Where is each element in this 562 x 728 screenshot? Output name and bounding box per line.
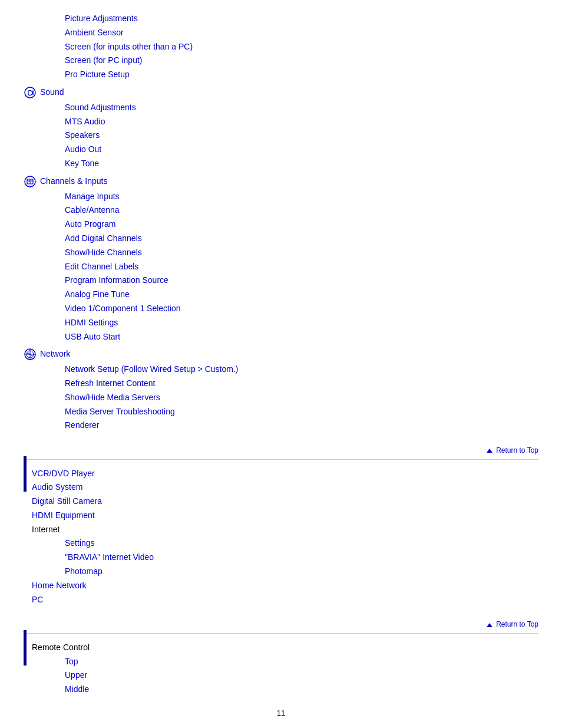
channels-section-header: Channels & Inputs xyxy=(24,174,538,189)
network-section-header: Network xyxy=(24,347,538,361)
return-to-top-link-2[interactable]: Return to Top xyxy=(496,620,538,628)
photomap-link[interactable]: Photomap xyxy=(65,565,538,579)
network-title[interactable]: Network xyxy=(40,347,70,361)
settings-link[interactable]: Settings xyxy=(65,536,538,551)
return-to-top-link-1[interactable]: Return to Top xyxy=(496,446,538,454)
sound-subitems: Sound Adjustments MTS Audio Speakers Aud… xyxy=(65,101,538,171)
program-info-source-link[interactable]: Program Information Source xyxy=(65,274,538,288)
network-subitems: Network Setup (Follow Wired Setup > Cust… xyxy=(65,363,538,433)
ambient-sensor-link[interactable]: Ambient Sensor xyxy=(65,26,538,40)
blue-bar-1 xyxy=(24,456,27,492)
vcr-dvd-link[interactable]: VCR/DVD Player xyxy=(32,467,538,481)
mts-audio-link[interactable]: MTS Audio xyxy=(65,115,538,129)
sound-icon xyxy=(24,86,37,99)
auto-program-link[interactable]: Auto Program xyxy=(65,218,538,232)
blue-bar-2 xyxy=(24,630,27,666)
speakers-link[interactable]: Speakers xyxy=(65,129,538,143)
video1-component1-link[interactable]: Video 1/Component 1 Selection xyxy=(65,302,538,316)
upper-link[interactable]: Upper xyxy=(65,668,538,683)
section2-content: VCR/DVD Player Audio System Digital Stil… xyxy=(32,467,538,607)
screen-pc-link[interactable]: Screen (for PC input) xyxy=(65,54,538,68)
media-server-troubleshooting-link[interactable]: Media Server Troubleshooting xyxy=(65,405,538,419)
sound-section-header: Sound xyxy=(24,85,538,100)
audio-out-link[interactable]: Audio Out xyxy=(65,143,538,157)
hdmi-equipment-link[interactable]: HDMI Equipment xyxy=(32,509,538,523)
show-hide-media-servers-link[interactable]: Show/Hide Media Servers xyxy=(65,391,538,405)
refresh-internet-link[interactable]: Refresh Internet Content xyxy=(65,377,538,391)
sound-adjustments-link[interactable]: Sound Adjustments xyxy=(65,101,538,115)
show-hide-channels-link[interactable]: Show/Hide Channels xyxy=(65,246,538,260)
pro-picture-link[interactable]: Pro Picture Setup xyxy=(65,68,538,82)
remote-control-label: Remote Control xyxy=(32,641,538,655)
divider-1: Return to Top xyxy=(24,444,538,459)
key-tone-link[interactable]: Key Tone xyxy=(65,157,538,171)
digital-still-camera-link[interactable]: Digital Still Camera xyxy=(32,495,538,509)
return-to-top-1[interactable]: Return to Top xyxy=(24,444,538,456)
cable-antenna-link[interactable]: Cable/Antenna xyxy=(65,203,538,218)
channels-icon xyxy=(24,175,37,188)
top-link[interactable]: Top xyxy=(65,655,538,669)
edit-channel-labels-link[interactable]: Edit Channel Labels xyxy=(65,260,538,274)
usb-auto-start-link[interactable]: USB Auto Start xyxy=(65,330,538,344)
remote-subitems: Top Upper Middle xyxy=(65,655,538,697)
return-triangle-1 xyxy=(487,449,492,453)
page-number: 11 xyxy=(24,709,538,717)
manage-inputs-link[interactable]: Manage Inputs xyxy=(65,190,538,204)
internet-label: Internet xyxy=(32,523,538,537)
internet-subitems: Settings "BRAVIA" Internet Video Photoma… xyxy=(65,536,538,578)
pc-link[interactable]: PC xyxy=(32,593,538,607)
add-digital-channels-link[interactable]: Add Digital Channels xyxy=(65,232,538,246)
analog-fine-tune-link[interactable]: Analog Fine Tune xyxy=(65,288,538,302)
hdmi-settings-link[interactable]: HDMI Settings xyxy=(65,316,538,330)
channels-subitems: Manage Inputs Cable/Antenna Auto Program… xyxy=(65,190,538,344)
return-triangle-2 xyxy=(487,623,492,627)
home-network-link[interactable]: Home Network xyxy=(32,579,538,593)
middle-link[interactable]: Middle xyxy=(65,683,538,697)
sound-title[interactable]: Sound xyxy=(40,85,64,100)
picture-subitems: Picture Adjustments Ambient Sensor Scree… xyxy=(65,12,538,82)
network-icon xyxy=(24,348,37,361)
divider-2: Return to Top xyxy=(24,618,538,633)
channels-title[interactable]: Channels & Inputs xyxy=(40,174,107,189)
renderer-link[interactable]: Renderer xyxy=(65,419,538,433)
audio-system-link[interactable]: Audio System xyxy=(32,480,538,495)
bravia-internet-video-link[interactable]: "BRAVIA" Internet Video xyxy=(65,551,538,565)
section3-content: Remote Control Top Upper Middle xyxy=(32,641,538,697)
return-to-top-2[interactable]: Return to Top xyxy=(24,618,538,630)
screen-other-link[interactable]: Screen (for inputs other than a PC) xyxy=(65,40,538,54)
network-setup-link[interactable]: Network Setup (Follow Wired Setup > Cust… xyxy=(65,363,538,377)
picture-adjustments-link[interactable]: Picture Adjustments xyxy=(65,12,538,26)
